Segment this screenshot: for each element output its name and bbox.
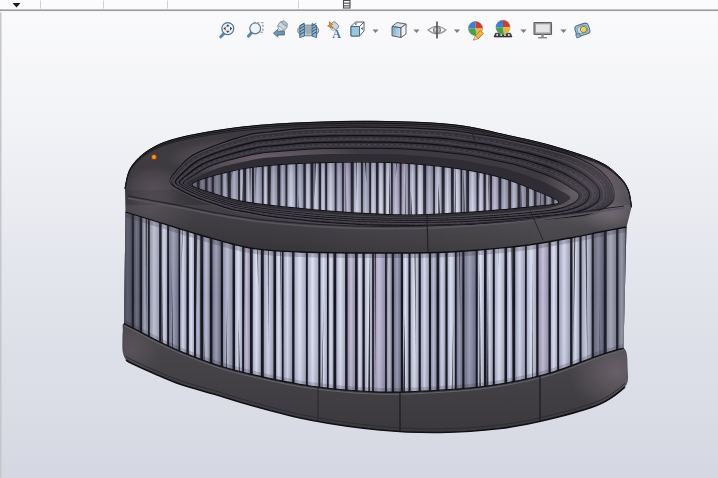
svg-text:A: A xyxy=(332,27,341,41)
